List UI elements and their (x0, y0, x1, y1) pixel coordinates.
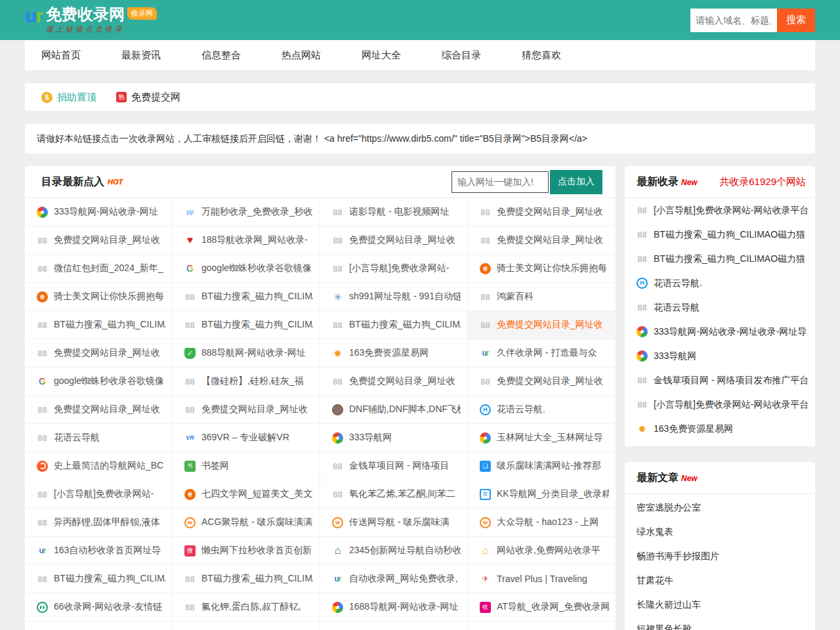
article-item[interactable]: 绿水鬼表 (625, 520, 815, 544)
article-item[interactable]: 短裙黑色长靴 (625, 617, 815, 630)
directory-item[interactable]: 骑士美文网让你快乐拥抱每 (468, 255, 616, 283)
nav-item-4[interactable]: 网址大全 (362, 49, 401, 62)
directory-item[interactable]: 333导航网-网站收录-网址 (25, 198, 173, 226)
directory-item[interactable]: 氧化苯乙烯,苯乙酮,间苯二 (320, 480, 468, 509)
directory-item[interactable]: sh991网址导航 - 991自动链, (320, 283, 468, 311)
included-item[interactable]: 333导航网-网站收录-网址收录-网址导 (625, 320, 815, 344)
directory-item[interactable]: BT磁力搜索_磁力狗_CILIMA (173, 311, 320, 339)
donate-link[interactable]: $ 捐助置顶 (41, 91, 96, 104)
directory-item[interactable]: 免费提交网站目录_网址收 (173, 396, 320, 424)
directory-item[interactable]: 久伴收录网 - 打造最与众 (468, 339, 616, 368)
gray-favicon-icon (637, 399, 648, 410)
directory-item[interactable]: 书签网 (173, 452, 320, 480)
included-item[interactable]: [小言导航]免费收录网站-网站收录平台 (625, 392, 815, 417)
directory-item[interactable]: 骑士美文网让你快乐拥抱每 (25, 283, 173, 311)
site-logo[interactable]: ur 免费收录网 收录网 做上链接点击收录 (25, 6, 157, 34)
directory-item[interactable]: 免费提交网站目录_网址收 (468, 368, 616, 396)
directory-item[interactable]: 888导航网-网站收录-网址 (173, 339, 320, 368)
directory-item[interactable]: BT磁力搜索_磁力狗_CILIMA (173, 621, 320, 630)
directory-item[interactable]: 金钱草项目网 - 网络项目 (320, 452, 468, 480)
directory-item[interactable]: 免费提交网站目录_网址收 (25, 339, 173, 368)
directory-item[interactable]: [小言导航]免费收录网站- (320, 255, 468, 283)
directory-item[interactable]: AT导航_收录网_免费收录网 (468, 593, 616, 621)
nav-item-3[interactable]: 热点网站 (282, 49, 321, 62)
directory-item[interactable]: 懒虫网下拉秒收录首页创新 (173, 537, 320, 565)
directory-item-label: 免费提交网站目录_网址收 (497, 375, 603, 387)
directory-item[interactable]: 188导航收录网_网站收录- (173, 226, 320, 255)
directory-item[interactable]: 大众导航 - hao123 - 上网 (468, 509, 616, 537)
search-button[interactable]: 搜索 (777, 9, 815, 32)
directory-item[interactable]: 鸿蒙百科 (468, 283, 616, 311)
nav-item-6[interactable]: 猜您喜欢 (522, 49, 561, 62)
directory-item[interactable]: 七四文学网_短篇美文_美文 (173, 480, 320, 509)
directory-item[interactable]: 氟化钾,蛋白胨,叔丁醇钇, (173, 593, 320, 621)
directory-item[interactable]: 网站收录,免费网站收录平 (468, 537, 616, 565)
directory-item[interactable]: 花语云导航 (25, 424, 173, 452)
included-item-label: BT磁力搜索_磁力狗_CILIMAO磁力猫 (654, 253, 805, 265)
nav-item-2[interactable]: 信息整合 (201, 49, 241, 62)
included-item[interactable]: 花语云导航. (625, 271, 815, 295)
directory-item[interactable]: 免费提交网站目录_网址收 (468, 198, 616, 226)
directory-item[interactable]: 333导航网 (320, 424, 468, 452)
included-item[interactable]: 金钱草项目网 - 网络项目发布推广平台 (625, 368, 815, 392)
directory-item[interactable]: 微信红包封面_2024_新年_ (25, 255, 173, 283)
directory-item[interactable]: 免费提交网站目录_网址收 (468, 621, 616, 630)
directory-item[interactable]: 玉林网址大全_玉林网址导 (468, 424, 616, 452)
directory-item[interactable]: 163自动秒收录首页网址导 (25, 537, 173, 565)
included-item[interactable]: BT磁力搜索_磁力狗_CILIMAO磁力猫 (625, 222, 815, 247)
directory-item[interactable]: 免费提交网站目录_网址收 (468, 226, 616, 255)
included-item[interactable]: 花语云导航 (625, 295, 815, 320)
directory-item[interactable]: ACG聚导航 - 啵乐腐味满满 (173, 509, 320, 537)
directory-item[interactable]: 369VR – 专业破解VR (173, 424, 320, 452)
directory-item[interactable]: 自动收录网_网站免费收录, (320, 565, 468, 593)
directory-item[interactable]: [小言导航]免费收录网站- (25, 480, 173, 509)
nav-item-0[interactable]: 网站首页 (41, 49, 81, 62)
url-submit-input[interactable] (452, 171, 549, 193)
directory-item[interactable]: BT磁力搜索_磁力狗_CILIMA (173, 565, 320, 593)
hot-site-link[interactable]: 热 免费提交网 (116, 91, 180, 104)
logo-badge: 收录网 (127, 7, 157, 20)
directory-item[interactable]: google蜘蛛秒收录谷歌镜像 (25, 368, 173, 396)
submit-url-button[interactable]: 点击加入 (550, 170, 602, 194)
directory-item[interactable]: BT磁力搜索_磁力狗_CILIMA (25, 565, 173, 593)
directory-item[interactable]: 万能秒收录_免费收录_秒收 (173, 198, 320, 226)
included-item[interactable]: [小言导航]免费收录网站-网站收录平台 (625, 198, 815, 222)
directory-item[interactable]: KK导航网_分类目录_收录精 (468, 480, 616, 509)
directory-item[interactable]: 免费提交网站目录_网址收 (25, 396, 173, 424)
directory-item[interactable]: 史上最简洁的导航网站_BC (25, 452, 173, 480)
directory-item[interactable]: 诺影导航 - 电影视频网址 (320, 198, 468, 226)
nav-item-1[interactable]: 最新资讯 (121, 49, 161, 62)
article-item[interactable]: 甘肃花牛 (625, 568, 815, 593)
directory-item[interactable]: 异丙醇锂,固体甲醇钡,液体 (25, 509, 173, 537)
star-favicon-icon (637, 423, 648, 434)
directory-item[interactable]: 免费提交网站目录_网址收 (320, 226, 468, 255)
article-item[interactable]: 长隆火箭过山车 (625, 593, 815, 617)
directory-item[interactable]: 花语云导航. (468, 396, 616, 424)
directory-item[interactable]: 骑士美文网让你快乐拥抱每 (320, 621, 468, 630)
directory-item[interactable]: BT磁力搜索_磁力狗_CILIMA (173, 283, 320, 311)
directory-item[interactable]: BT磁力搜索_磁力狗_CILIMA (320, 311, 468, 339)
directory-item[interactable]: 163免费资源星易网 (320, 339, 468, 368)
article-item[interactable]: 畅游书海手抄报图片 (625, 544, 815, 568)
included-item[interactable]: 333导航网 (625, 344, 815, 368)
directory-item[interactable]: 免费提交网站目录_网址收 (25, 226, 173, 255)
star-favicon-icon (332, 348, 343, 359)
included-item[interactable]: BT磁力搜索_磁力狗_CILIMAO磁力猫 (625, 247, 815, 271)
search-input[interactable] (690, 9, 777, 32)
nav-item-5[interactable]: 综合目录 (442, 49, 481, 62)
directory-item[interactable]: Travel Plus | Traveling (468, 565, 616, 593)
directory-item[interactable]: google蜘蛛秒收录谷歌镜像 (173, 255, 320, 283)
article-item[interactable]: 密室逃脱办公室 (625, 495, 815, 520)
directory-item[interactable]: 免费提交网站目录_网址收 (320, 368, 468, 396)
directory-item[interactable]: BT磁力搜索_磁力狗_CILIMA (25, 311, 173, 339)
directory-item[interactable]: 2345创新网址导航自动秒收 (320, 537, 468, 565)
directory-item[interactable]: 啵乐腐味满满网站-推荐那 (468, 452, 616, 480)
directory-item[interactable]: 传送网导航 - 啵乐腐味满 (320, 509, 468, 537)
directory-item[interactable]: 免费提交网站目录_网址收 (468, 311, 616, 339)
included-item[interactable]: 163免费资源星易网 (625, 417, 815, 441)
directory-item[interactable]: 66收录网-网站收录-友情链 (25, 593, 173, 621)
directory-item[interactable]: 免费提交网站目录_网址收 (25, 621, 173, 630)
directory-item[interactable]: 1688导航网-网站收录-网址 (320, 593, 468, 621)
directory-item[interactable]: DNF辅助,DNF脚本,DNF飞机, (320, 396, 468, 424)
directory-item[interactable]: 【微硅粉】,硅粉,硅灰_福 (173, 368, 320, 396)
